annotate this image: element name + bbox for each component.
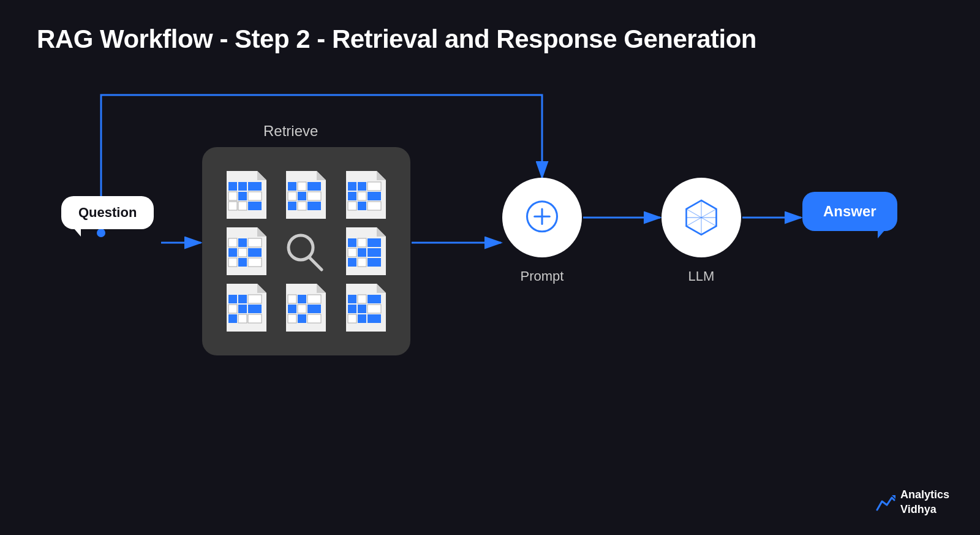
svg-rect-32 bbox=[368, 202, 381, 210]
prompt-label: Prompt bbox=[502, 268, 582, 284]
av-logo-icon bbox=[876, 493, 895, 512]
svg-rect-6 bbox=[228, 182, 237, 191]
svg-rect-12 bbox=[228, 202, 237, 210]
page-title: RAG Workflow - Step 2 - Retrieval and Re… bbox=[37, 25, 943, 54]
svg-rect-27 bbox=[348, 192, 356, 200]
doc-1 bbox=[221, 170, 270, 219]
svg-rect-66 bbox=[298, 305, 306, 313]
svg-rect-62 bbox=[288, 295, 296, 303]
document-icon-7 bbox=[283, 284, 326, 332]
svg-rect-72 bbox=[358, 295, 366, 303]
svg-rect-15 bbox=[288, 182, 296, 191]
svg-rect-48 bbox=[358, 248, 366, 257]
svg-rect-50 bbox=[348, 258, 356, 267]
svg-rect-63 bbox=[298, 295, 306, 303]
svg-rect-17 bbox=[307, 182, 321, 191]
document-icon-3 bbox=[343, 171, 386, 219]
svg-rect-38 bbox=[248, 248, 262, 257]
svg-rect-29 bbox=[368, 192, 381, 200]
svg-rect-16 bbox=[298, 182, 306, 191]
svg-rect-74 bbox=[348, 305, 356, 313]
svg-rect-9 bbox=[228, 192, 237, 200]
svg-rect-78 bbox=[358, 314, 366, 323]
svg-rect-24 bbox=[348, 182, 356, 191]
search-icon-center bbox=[280, 227, 329, 276]
svg-rect-75 bbox=[358, 305, 366, 313]
question-bubble: Question bbox=[61, 196, 154, 229]
doc-2 bbox=[280, 170, 329, 219]
doc-6 bbox=[221, 283, 270, 332]
svg-rect-53 bbox=[228, 295, 237, 303]
document-icon-6 bbox=[224, 284, 266, 332]
analytics-vidhya-logo: Analytics Vidhya bbox=[876, 488, 949, 517]
svg-rect-20 bbox=[307, 192, 321, 200]
question-label: Question bbox=[78, 205, 137, 220]
answer-bubble: Answer bbox=[802, 192, 897, 231]
svg-rect-22 bbox=[298, 202, 306, 210]
doc-8 bbox=[340, 283, 389, 332]
svg-rect-21 bbox=[288, 202, 296, 210]
svg-rect-64 bbox=[307, 295, 321, 303]
slide: RAG Workflow - Step 2 - Retrieval and Re… bbox=[0, 0, 980, 535]
svg-rect-49 bbox=[368, 248, 381, 257]
svg-rect-56 bbox=[228, 305, 237, 313]
svg-rect-71 bbox=[348, 295, 356, 303]
llm-label: LLM bbox=[662, 268, 741, 284]
document-grid bbox=[221, 170, 392, 332]
document-icon-1 bbox=[224, 171, 266, 219]
svg-rect-79 bbox=[368, 314, 381, 323]
svg-rect-7 bbox=[238, 182, 247, 191]
svg-rect-40 bbox=[238, 258, 247, 267]
svg-rect-28 bbox=[358, 192, 366, 200]
svg-rect-54 bbox=[238, 295, 247, 303]
svg-rect-77 bbox=[348, 314, 356, 323]
svg-rect-35 bbox=[248, 238, 262, 247]
document-icon-5 bbox=[343, 227, 386, 275]
prompt-icon bbox=[521, 196, 564, 239]
svg-rect-70 bbox=[307, 314, 321, 323]
svg-rect-73 bbox=[368, 295, 381, 303]
svg-rect-11 bbox=[248, 192, 262, 200]
doc-7 bbox=[280, 283, 329, 332]
svg-rect-59 bbox=[228, 314, 237, 323]
doc-5 bbox=[340, 227, 389, 276]
answer-label: Answer bbox=[823, 203, 876, 219]
svg-rect-30 bbox=[348, 202, 356, 210]
retrieve-label: Retrieve bbox=[263, 123, 318, 140]
doc-4 bbox=[221, 227, 270, 276]
svg-rect-14 bbox=[248, 202, 262, 210]
svg-rect-46 bbox=[368, 238, 381, 247]
svg-rect-52 bbox=[368, 258, 381, 267]
svg-rect-25 bbox=[358, 182, 366, 191]
diagram-arrows bbox=[0, 0, 980, 535]
prompt-circle bbox=[502, 178, 582, 257]
svg-rect-31 bbox=[358, 202, 366, 210]
svg-rect-65 bbox=[288, 305, 296, 313]
svg-rect-58 bbox=[248, 305, 262, 313]
svg-rect-33 bbox=[228, 238, 237, 247]
doc-3 bbox=[340, 170, 389, 219]
svg-rect-68 bbox=[288, 314, 296, 323]
document-icon-8 bbox=[343, 284, 386, 332]
llm-circle bbox=[662, 178, 741, 257]
svg-rect-69 bbox=[298, 314, 306, 323]
magnifying-glass-icon bbox=[280, 227, 329, 276]
document-icon-2 bbox=[283, 171, 326, 219]
svg-rect-34 bbox=[238, 238, 247, 247]
svg-rect-57 bbox=[238, 305, 247, 313]
svg-rect-41 bbox=[248, 258, 262, 267]
svg-rect-76 bbox=[368, 305, 381, 313]
svg-rect-13 bbox=[238, 202, 247, 210]
svg-rect-8 bbox=[248, 182, 262, 191]
svg-rect-39 bbox=[228, 258, 237, 267]
svg-point-2 bbox=[97, 229, 105, 237]
svg-rect-67 bbox=[307, 305, 321, 313]
svg-line-43 bbox=[309, 257, 322, 270]
svg-rect-19 bbox=[298, 192, 306, 200]
document-icon-4 bbox=[224, 227, 266, 275]
llm-icon bbox=[680, 196, 723, 239]
svg-rect-61 bbox=[248, 314, 262, 323]
svg-rect-45 bbox=[358, 238, 366, 247]
svg-rect-51 bbox=[358, 258, 366, 267]
retrieve-box bbox=[202, 147, 410, 355]
